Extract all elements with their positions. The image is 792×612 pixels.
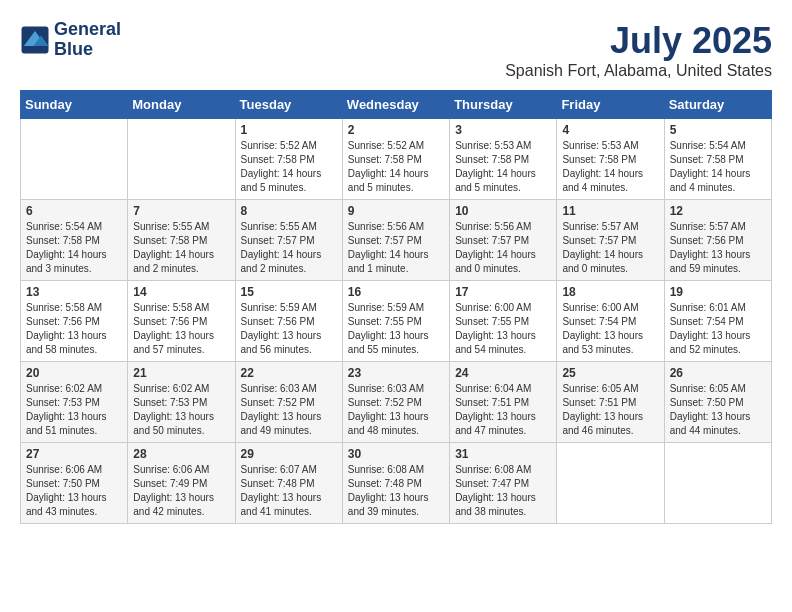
day-info: Sunrise: 6:07 AM Sunset: 7:48 PM Dayligh… (241, 463, 337, 519)
day-number: 25 (562, 366, 658, 380)
day-number: 29 (241, 447, 337, 461)
calendar-cell (557, 443, 664, 524)
calendar-cell: 2Sunrise: 5:52 AM Sunset: 7:58 PM Daylig… (342, 119, 449, 200)
logo: General Blue (20, 20, 121, 60)
calendar-cell: 21Sunrise: 6:02 AM Sunset: 7:53 PM Dayli… (128, 362, 235, 443)
day-info: Sunrise: 5:57 AM Sunset: 7:57 PM Dayligh… (562, 220, 658, 276)
calendar-cell: 26Sunrise: 6:05 AM Sunset: 7:50 PM Dayli… (664, 362, 771, 443)
day-info: Sunrise: 6:01 AM Sunset: 7:54 PM Dayligh… (670, 301, 766, 357)
page-subtitle: Spanish Fort, Alabama, United States (505, 62, 772, 80)
day-number: 10 (455, 204, 551, 218)
day-info: Sunrise: 5:55 AM Sunset: 7:57 PM Dayligh… (241, 220, 337, 276)
calendar-week-row: 6Sunrise: 5:54 AM Sunset: 7:58 PM Daylig… (21, 200, 772, 281)
day-info: Sunrise: 5:59 AM Sunset: 7:55 PM Dayligh… (348, 301, 444, 357)
day-info: Sunrise: 6:02 AM Sunset: 7:53 PM Dayligh… (26, 382, 122, 438)
day-number: 16 (348, 285, 444, 299)
logo-text: General Blue (54, 20, 121, 60)
day-info: Sunrise: 6:08 AM Sunset: 7:48 PM Dayligh… (348, 463, 444, 519)
calendar-cell: 29Sunrise: 6:07 AM Sunset: 7:48 PM Dayli… (235, 443, 342, 524)
calendar-cell: 11Sunrise: 5:57 AM Sunset: 7:57 PM Dayli… (557, 200, 664, 281)
page-title: July 2025 (505, 20, 772, 62)
calendar-week-row: 13Sunrise: 5:58 AM Sunset: 7:56 PM Dayli… (21, 281, 772, 362)
day-number: 27 (26, 447, 122, 461)
day-number: 18 (562, 285, 658, 299)
day-info: Sunrise: 5:56 AM Sunset: 7:57 PM Dayligh… (455, 220, 551, 276)
weekday-header: Sunday (21, 91, 128, 119)
calendar-cell (664, 443, 771, 524)
calendar-cell: 24Sunrise: 6:04 AM Sunset: 7:51 PM Dayli… (450, 362, 557, 443)
day-number: 5 (670, 123, 766, 137)
calendar-cell: 1Sunrise: 5:52 AM Sunset: 7:58 PM Daylig… (235, 119, 342, 200)
calendar-cell: 16Sunrise: 5:59 AM Sunset: 7:55 PM Dayli… (342, 281, 449, 362)
day-info: Sunrise: 5:55 AM Sunset: 7:58 PM Dayligh… (133, 220, 229, 276)
day-number: 13 (26, 285, 122, 299)
day-number: 4 (562, 123, 658, 137)
day-info: Sunrise: 5:56 AM Sunset: 7:57 PM Dayligh… (348, 220, 444, 276)
weekday-header: Friday (557, 91, 664, 119)
calendar-week-row: 1Sunrise: 5:52 AM Sunset: 7:58 PM Daylig… (21, 119, 772, 200)
day-info: Sunrise: 5:57 AM Sunset: 7:56 PM Dayligh… (670, 220, 766, 276)
day-info: Sunrise: 6:05 AM Sunset: 7:50 PM Dayligh… (670, 382, 766, 438)
day-info: Sunrise: 6:06 AM Sunset: 7:50 PM Dayligh… (26, 463, 122, 519)
page-header: General Blue July 2025 Spanish Fort, Ala… (20, 20, 772, 80)
calendar-week-row: 20Sunrise: 6:02 AM Sunset: 7:53 PM Dayli… (21, 362, 772, 443)
day-info: Sunrise: 5:54 AM Sunset: 7:58 PM Dayligh… (26, 220, 122, 276)
day-number: 8 (241, 204, 337, 218)
calendar-cell: 12Sunrise: 5:57 AM Sunset: 7:56 PM Dayli… (664, 200, 771, 281)
day-number: 22 (241, 366, 337, 380)
day-number: 23 (348, 366, 444, 380)
day-info: Sunrise: 6:04 AM Sunset: 7:51 PM Dayligh… (455, 382, 551, 438)
day-number: 20 (26, 366, 122, 380)
calendar-cell: 5Sunrise: 5:54 AM Sunset: 7:58 PM Daylig… (664, 119, 771, 200)
day-info: Sunrise: 5:58 AM Sunset: 7:56 PM Dayligh… (133, 301, 229, 357)
weekday-header: Wednesday (342, 91, 449, 119)
calendar-cell: 4Sunrise: 5:53 AM Sunset: 7:58 PM Daylig… (557, 119, 664, 200)
calendar-cell: 19Sunrise: 6:01 AM Sunset: 7:54 PM Dayli… (664, 281, 771, 362)
day-info: Sunrise: 6:00 AM Sunset: 7:54 PM Dayligh… (562, 301, 658, 357)
calendar-cell: 15Sunrise: 5:59 AM Sunset: 7:56 PM Dayli… (235, 281, 342, 362)
calendar-cell: 22Sunrise: 6:03 AM Sunset: 7:52 PM Dayli… (235, 362, 342, 443)
day-number: 24 (455, 366, 551, 380)
day-number: 9 (348, 204, 444, 218)
day-info: Sunrise: 5:54 AM Sunset: 7:58 PM Dayligh… (670, 139, 766, 195)
calendar-header-row: SundayMondayTuesdayWednesdayThursdayFrid… (21, 91, 772, 119)
day-info: Sunrise: 5:53 AM Sunset: 7:58 PM Dayligh… (562, 139, 658, 195)
day-number: 31 (455, 447, 551, 461)
calendar-cell: 25Sunrise: 6:05 AM Sunset: 7:51 PM Dayli… (557, 362, 664, 443)
calendar-cell: 17Sunrise: 6:00 AM Sunset: 7:55 PM Dayli… (450, 281, 557, 362)
day-number: 3 (455, 123, 551, 137)
calendar-cell: 14Sunrise: 5:58 AM Sunset: 7:56 PM Dayli… (128, 281, 235, 362)
day-number: 21 (133, 366, 229, 380)
day-number: 26 (670, 366, 766, 380)
day-info: Sunrise: 5:52 AM Sunset: 7:58 PM Dayligh… (241, 139, 337, 195)
day-number: 2 (348, 123, 444, 137)
day-number: 15 (241, 285, 337, 299)
logo-icon (20, 25, 50, 55)
calendar-cell: 8Sunrise: 5:55 AM Sunset: 7:57 PM Daylig… (235, 200, 342, 281)
calendar-week-row: 27Sunrise: 6:06 AM Sunset: 7:50 PM Dayli… (21, 443, 772, 524)
calendar-cell (128, 119, 235, 200)
calendar-cell: 30Sunrise: 6:08 AM Sunset: 7:48 PM Dayli… (342, 443, 449, 524)
day-number: 7 (133, 204, 229, 218)
calendar-cell: 6Sunrise: 5:54 AM Sunset: 7:58 PM Daylig… (21, 200, 128, 281)
day-number: 12 (670, 204, 766, 218)
weekday-header: Monday (128, 91, 235, 119)
day-info: Sunrise: 6:02 AM Sunset: 7:53 PM Dayligh… (133, 382, 229, 438)
calendar-cell: 18Sunrise: 6:00 AM Sunset: 7:54 PM Dayli… (557, 281, 664, 362)
day-number: 19 (670, 285, 766, 299)
day-info: Sunrise: 5:52 AM Sunset: 7:58 PM Dayligh… (348, 139, 444, 195)
calendar-cell: 10Sunrise: 5:56 AM Sunset: 7:57 PM Dayli… (450, 200, 557, 281)
day-number: 14 (133, 285, 229, 299)
day-number: 11 (562, 204, 658, 218)
day-info: Sunrise: 6:06 AM Sunset: 7:49 PM Dayligh… (133, 463, 229, 519)
title-block: July 2025 Spanish Fort, Alabama, United … (505, 20, 772, 80)
calendar-cell: 7Sunrise: 5:55 AM Sunset: 7:58 PM Daylig… (128, 200, 235, 281)
day-info: Sunrise: 5:58 AM Sunset: 7:56 PM Dayligh… (26, 301, 122, 357)
weekday-header: Thursday (450, 91, 557, 119)
calendar-cell: 27Sunrise: 6:06 AM Sunset: 7:50 PM Dayli… (21, 443, 128, 524)
day-info: Sunrise: 5:59 AM Sunset: 7:56 PM Dayligh… (241, 301, 337, 357)
weekday-header: Saturday (664, 91, 771, 119)
day-info: Sunrise: 6:05 AM Sunset: 7:51 PM Dayligh… (562, 382, 658, 438)
calendar-cell: 9Sunrise: 5:56 AM Sunset: 7:57 PM Daylig… (342, 200, 449, 281)
calendar-cell: 23Sunrise: 6:03 AM Sunset: 7:52 PM Dayli… (342, 362, 449, 443)
